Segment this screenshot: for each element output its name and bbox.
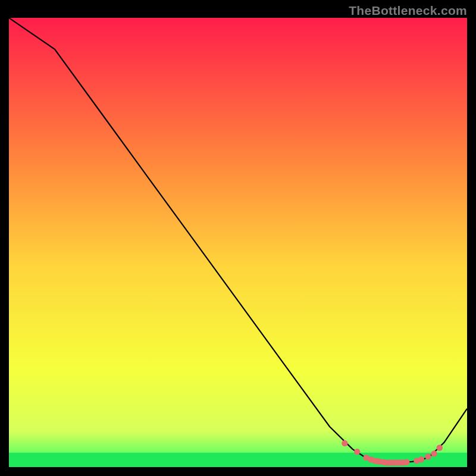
chart-frame: TheBottleneck.com — [0, 0, 476, 476]
data-point — [437, 444, 443, 450]
watermark-text: TheBottleneck.com — [349, 4, 467, 18]
gradient-background — [9, 18, 467, 467]
data-point — [342, 440, 347, 446]
data-point — [418, 456, 424, 462]
chart-plot-area — [9, 18, 467, 467]
data-point — [354, 449, 360, 455]
data-point — [403, 459, 409, 465]
data-point — [431, 450, 437, 456]
data-point — [425, 453, 431, 459]
chart-svg — [9, 18, 467, 467]
